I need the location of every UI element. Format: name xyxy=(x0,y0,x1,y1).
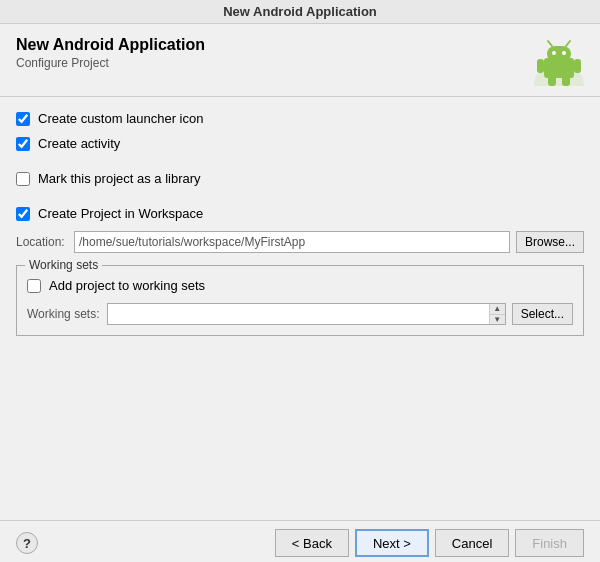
library-label[interactable]: Mark this project as a library xyxy=(38,171,201,186)
launcher-icon-checkbox[interactable] xyxy=(16,112,30,126)
workspace-checkbox[interactable] xyxy=(16,207,30,221)
working-sets-input-row: Working sets: ▲ ▼ Select... xyxy=(27,303,573,325)
svg-rect-2 xyxy=(547,46,571,62)
spinner-down-button[interactable]: ▼ xyxy=(490,315,505,325)
browse-button[interactable]: Browse... xyxy=(516,231,584,253)
launcher-icon-row: Create custom launcher icon xyxy=(16,111,584,126)
spinner-arrows: ▲ ▼ xyxy=(489,304,505,324)
create-activity-row: Create activity xyxy=(16,136,584,151)
library-row: Mark this project as a library xyxy=(16,171,584,186)
add-working-sets-checkbox[interactable] xyxy=(27,279,41,293)
location-input[interactable] xyxy=(74,231,510,253)
workspace-label[interactable]: Create Project in Workspace xyxy=(38,206,203,221)
cancel-button[interactable]: Cancel xyxy=(435,529,509,557)
working-sets-legend: Working sets xyxy=(25,258,102,272)
location-label: Location: xyxy=(16,235,74,249)
add-working-sets-label[interactable]: Add project to working sets xyxy=(49,278,205,293)
spinner-up-button[interactable]: ▲ xyxy=(490,304,505,315)
title-bar-label: New Android Application xyxy=(223,4,377,19)
create-activity-label[interactable]: Create activity xyxy=(38,136,120,151)
back-button[interactable]: < Back xyxy=(275,529,349,557)
content-area: Create custom launcher icon Create activ… xyxy=(0,97,600,520)
svg-line-5 xyxy=(548,41,552,46)
select-button[interactable]: Select... xyxy=(512,303,573,325)
footer-buttons: < Back Next > Cancel Finish xyxy=(275,529,584,557)
svg-rect-8 xyxy=(574,59,581,73)
svg-rect-9 xyxy=(548,76,556,86)
svg-point-3 xyxy=(552,51,556,55)
svg-rect-7 xyxy=(537,59,544,73)
create-activity-checkbox[interactable] xyxy=(16,137,30,151)
library-checkbox[interactable] xyxy=(16,172,30,186)
svg-point-4 xyxy=(562,51,566,55)
header-title: New Android Application xyxy=(16,36,524,54)
header: New Android Application Configure Projec… xyxy=(0,24,600,97)
location-row: Location: Browse... xyxy=(16,231,584,253)
header-text: New Android Application Configure Projec… xyxy=(16,36,524,70)
title-bar: New Android Application xyxy=(0,0,600,24)
android-logo-icon xyxy=(534,36,584,86)
dialog: New Android Application Configure Projec… xyxy=(0,24,600,562)
launcher-icon-label[interactable]: Create custom launcher icon xyxy=(38,111,203,126)
working-sets-text-input[interactable] xyxy=(108,304,489,324)
help-button[interactable]: ? xyxy=(16,532,38,554)
workspace-row: Create Project in Workspace xyxy=(16,206,584,221)
finish-button[interactable]: Finish xyxy=(515,529,584,557)
header-subtitle: Configure Project xyxy=(16,56,524,70)
working-sets-group: Working sets Add project to working sets… xyxy=(16,265,584,336)
svg-rect-10 xyxy=(562,76,570,86)
svg-line-6 xyxy=(566,41,570,46)
working-sets-spinner[interactable]: ▲ ▼ xyxy=(107,303,506,325)
footer: ? < Back Next > Cancel Finish xyxy=(0,520,600,562)
next-button[interactable]: Next > xyxy=(355,529,429,557)
add-to-working-sets-row: Add project to working sets xyxy=(27,278,573,293)
working-sets-label: Working sets: xyxy=(27,307,107,321)
